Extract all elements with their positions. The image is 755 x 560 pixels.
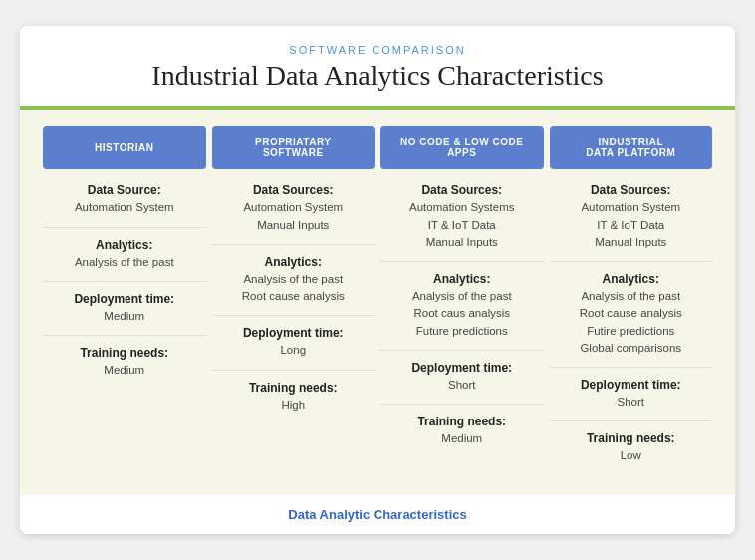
col-header-historian: HISTORIAN: [43, 126, 206, 169]
historian-datasource: Data Source: Automation System: [43, 173, 206, 227]
col-header-industrial: INDUSTRIALDATA PLATFORM: [550, 126, 713, 169]
industrial-deployment: Deployment time: Short: [550, 368, 713, 421]
historian-training-label: Training needs:: [49, 346, 200, 360]
nocode-training-label: Training needs:: [386, 415, 538, 428]
historian-training-value: Medium: [49, 362, 200, 379]
proprietary-datasource: Data Sources: Automation SystemManual In…: [212, 173, 376, 245]
industrial-datasource: Data Sources: Automation SystemIT & IoT …: [550, 173, 713, 262]
proprietary-training-value: High: [218, 397, 370, 414]
footer: Data Analytic Characteristics: [20, 495, 735, 534]
industrial-datasource-value: Automation SystemIT & IoT DataManual Inp…: [556, 199, 707, 251]
proprietary-deployment-value: Long: [218, 342, 370, 359]
nocode-analytics-label: Analytics:: [386, 272, 538, 286]
proprietary-analytics-value: Analysis of the pastRoot cause analysis: [218, 271, 370, 306]
proprietary-deployment-label: Deployment time:: [218, 326, 370, 340]
industrial-datasource-label: Data Sources:: [556, 183, 707, 197]
industrial-training: Training needs: Low: [550, 421, 713, 474]
col-industrial: Data Sources: Automation SystemIT & IoT …: [547, 173, 716, 474]
industrial-analytics-label: Analytics:: [556, 272, 707, 286]
col-historian: Data Source: Automation System Analytics…: [40, 173, 209, 474]
industrial-training-label: Training needs:: [556, 431, 707, 445]
col-proprietary: Data Sources: Automation SystemManual In…: [209, 173, 378, 474]
inner-card: HISTORIAN PROPRIATARYSOFTWARE NO CODE & …: [20, 110, 735, 494]
industrial-training-value: Low: [556, 447, 707, 464]
col-nocode: Data Sources: Automation SystemsIT & IoT…: [378, 173, 547, 474]
nocode-training-value: Medium: [386, 430, 538, 447]
proprietary-training: Training needs: High: [212, 371, 376, 423]
nocode-deployment-label: Deployment time:: [386, 361, 538, 375]
header-title: Industrial Data Analytics Characteristic…: [40, 60, 715, 92]
col-header-proprietary: PROPRIATARYSOFTWARE: [212, 126, 376, 169]
industrial-analytics: Analytics: Analysis of the pastRoot caus…: [550, 262, 713, 368]
proprietary-datasource-value: Automation SystemManual Inputs: [218, 199, 370, 234]
industrial-deployment-label: Deployment time:: [556, 378, 707, 392]
col-header-nocode: NO CODE & LOW CODEAPPS: [380, 126, 544, 169]
proprietary-analytics-label: Analytics:: [218, 255, 370, 269]
column-headers-row: HISTORIAN PROPRIATARYSOFTWARE NO CODE & …: [40, 126, 715, 169]
proprietary-training-label: Training needs:: [218, 381, 370, 395]
nocode-analytics: Analytics: Analysis of the pastRoot caus…: [380, 262, 544, 351]
nocode-datasource-value: Automation SystemsIT & IoT DataManual In…: [386, 199, 538, 251]
main-card: Software Comparison Industrial Data Anal…: [20, 26, 735, 533]
nocode-analytics-value: Analysis of the pastRoot caus analysisFu…: [386, 288, 538, 340]
historian-deployment-value: Medium: [49, 308, 200, 325]
header-section: Software Comparison Industrial Data Anal…: [20, 26, 735, 110]
nocode-datasource-label: Data Sources:: [386, 183, 538, 197]
historian-analytics-label: Analytics:: [49, 238, 200, 252]
nocode-deployment: Deployment time: Short: [380, 351, 544, 405]
historian-deployment: Deployment time: Medium: [43, 282, 206, 336]
nocode-deployment-value: Short: [386, 377, 538, 394]
nocode-training: Training needs: Medium: [380, 405, 544, 457]
footer-label: Data Analytic Characteristics: [288, 507, 466, 522]
proprietary-analytics: Analytics: Analysis of the pastRoot caus…: [212, 245, 376, 317]
historian-datasource-value: Automation System: [49, 199, 200, 216]
nocode-datasource: Data Sources: Automation SystemsIT & IoT…: [380, 173, 544, 262]
historian-analytics-value: Analysis of the past: [49, 254, 200, 271]
historian-deployment-label: Deployment time:: [49, 292, 200, 306]
proprietary-deployment: Deployment time: Long: [212, 316, 376, 370]
proprietary-datasource-label: Data Sources:: [218, 183, 370, 197]
header-subtitle: Software Comparison: [40, 44, 715, 56]
industrial-analytics-value: Analysis of the pastRoot cause analysisF…: [556, 288, 707, 357]
industrial-deployment-value: Short: [556, 394, 707, 411]
historian-training: Training needs: Medium: [43, 336, 206, 389]
historian-datasource-label: Data Source:: [49, 183, 200, 197]
historian-analytics: Analytics: Analysis of the past: [43, 228, 206, 282]
data-rows: Data Source: Automation System Analytics…: [40, 173, 715, 474]
